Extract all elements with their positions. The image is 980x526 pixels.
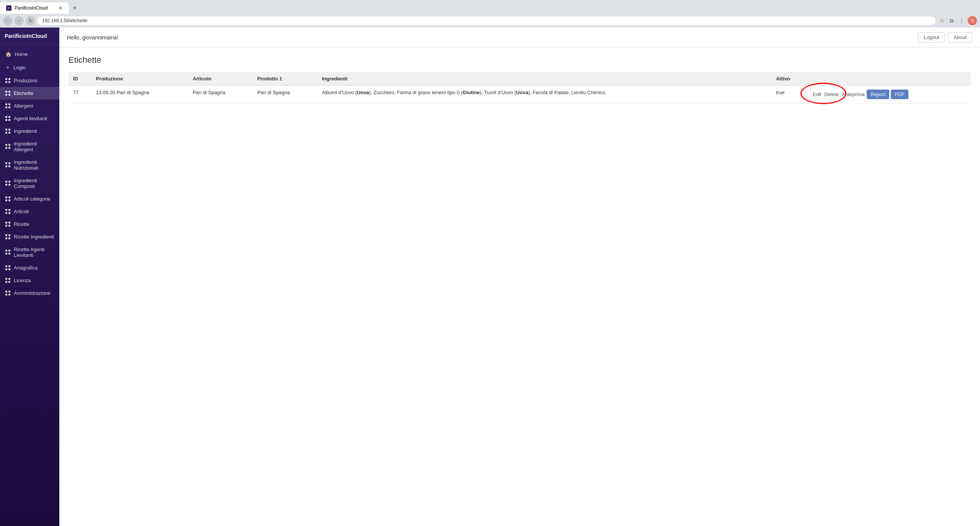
sidebar-item-label: Articoli categorie <box>14 196 51 202</box>
extensions-icon[interactable]: ⧉ <box>948 17 956 25</box>
sidebar-item-ingredienti-nutrizionali[interactable]: Ingredienti Nutrizionali <box>0 156 59 174</box>
sidebar-item-ricette-agenti-lievitanti[interactable]: Ricette Agenti Lievitanti <box>0 243 59 261</box>
sidebar-item-label: Articoli <box>14 209 29 214</box>
sidebar-item-etichette[interactable]: Etichette <box>0 87 59 100</box>
col-header-prodotto1: Prodotto 1 <box>253 72 317 86</box>
sidebar-item-label: Allergeni <box>14 103 33 109</box>
sidebar-item-allergeni[interactable]: Allergeni <box>0 100 59 112</box>
edit-button[interactable]: Edit <box>812 91 822 98</box>
app-container: PanificioInCloud 🏠 Home ＋ Login Produzio… <box>0 28 980 526</box>
grid-icon <box>5 91 11 96</box>
sidebar-item-label: Ingredienti Nutrizionali <box>14 159 54 171</box>
logout-button[interactable]: Logout <box>918 32 945 42</box>
sidebar-item-amministrazione[interactable]: Amministrazione <box>0 287 59 299</box>
browser-chrome: P PanificioInCloud ✕ + ← → ↻ ☆ ⧉ ⋮ G <box>0 0 980 28</box>
menu-icon[interactable]: ⋮ <box>958 17 965 25</box>
grid-icon <box>5 265 11 271</box>
top-bar: Hello, giovannimaina! Logout About <box>59 28 980 47</box>
table-row: 77 13.09.20 Pan di Spagna Pan di Spagna … <box>69 86 971 103</box>
bookmark-icon[interactable]: ☆ <box>938 17 946 25</box>
sidebar-item-ingredienti-allergeni[interactable]: Ingredienti Allergeni <box>0 137 59 156</box>
forward-button[interactable]: → <box>15 16 24 25</box>
grid-icon <box>5 181 11 186</box>
col-header-id: ID <box>69 72 91 86</box>
sidebar-item-label: Ricette <box>14 221 29 227</box>
sidebar-brand: PanificioInCloud <box>0 28 59 45</box>
browser-icons: ☆ ⧉ ⋮ G <box>938 16 977 25</box>
sidebar-item-label: Anagrafica <box>14 265 38 271</box>
tab-bar: P PanificioInCloud ✕ + <box>0 0 980 14</box>
sidebar-item-label: Ingredienti Composti <box>14 178 54 189</box>
page-body: Etichette ID Produzione Articolo Prodott… <box>59 47 980 526</box>
sidebar-item-ricette-ingredienti[interactable]: Ricette Ingredienti <box>0 230 59 243</box>
sidebar-item-home[interactable]: 🏠 Home <box>0 48 59 60</box>
top-bar-actions: Logout About <box>918 32 972 42</box>
tab-title: PanificioInCloud <box>15 5 48 11</box>
pdf-button[interactable]: PDF <box>891 90 908 99</box>
cell-attivo: true <box>771 86 807 103</box>
main-content: Hello, giovannimaina! Logout About Etich… <box>59 28 980 526</box>
col-header-ingredienti: Ingredienti <box>317 72 771 86</box>
delete-button[interactable]: Delete <box>823 91 840 98</box>
sidebar-item-label: Agenti lievitanti <box>14 116 47 121</box>
sidebar-item-ricette[interactable]: Ricette <box>0 218 59 230</box>
sidebar-item-label: Login <box>13 65 26 70</box>
action-cell: Edit Delete Anteprima Report PDF <box>812 90 966 99</box>
grid-icon <box>5 291 11 296</box>
cell-prodotto1: Pan di Spagna <box>253 86 317 103</box>
login-icon: ＋ <box>5 64 10 71</box>
grid-icon <box>5 144 11 149</box>
grid-icon <box>5 250 11 255</box>
grid-icon <box>5 234 11 240</box>
grid-icon <box>5 116 11 121</box>
cell-ingredienti: Albumi d'Uovo (Uova), Zucchero, Farina d… <box>317 86 771 103</box>
sidebar-nav: 🏠 Home ＋ Login Produzioni Etichette Alle… <box>0 45 59 302</box>
grid-icon <box>5 129 11 134</box>
grid-icon <box>5 278 11 283</box>
grid-icon <box>5 209 11 214</box>
sidebar-item-licenza[interactable]: Licenza <box>0 274 59 287</box>
grid-icon <box>5 196 11 202</box>
col-header-articolo: Articolo <box>188 72 253 86</box>
cell-actions: Edit Delete Anteprima Report PDF <box>807 86 971 103</box>
back-button[interactable]: ← <box>3 16 12 25</box>
address-input[interactable] <box>38 16 936 25</box>
browser-tab[interactable]: P PanificioInCloud ✕ <box>0 2 69 14</box>
sidebar-item-ingredienti[interactable]: Ingredienti <box>0 125 59 137</box>
sidebar-item-label: Home <box>15 51 28 57</box>
grid-icon <box>5 103 11 109</box>
sidebar: PanificioInCloud 🏠 Home ＋ Login Produzio… <box>0 28 59 526</box>
sidebar-item-label: Ingredienti Allergeni <box>14 141 54 152</box>
page-title: Etichette <box>69 55 971 65</box>
sidebar-item-label: Produzioni <box>14 78 37 83</box>
sidebar-item-agenti-lievitanti[interactable]: Agenti lievitanti <box>0 112 59 125</box>
sidebar-item-ingredienti-composti[interactable]: Ingredienti Composti <box>0 174 59 193</box>
greeting-text: Hello, giovannimaina! <box>67 34 118 41</box>
etichette-table: ID Produzione Articolo Prodotto 1 Ingred… <box>69 72 971 103</box>
sidebar-item-produzioni[interactable]: Produzioni <box>0 74 59 87</box>
cell-id: 77 <box>69 86 91 103</box>
sidebar-item-label: Licenza <box>14 278 31 283</box>
col-header-produzione: Produzione <box>91 72 188 86</box>
address-bar: ← → ↻ ☆ ⧉ ⋮ G <box>0 14 980 28</box>
grid-icon <box>5 222 11 227</box>
sidebar-item-login[interactable]: ＋ Login <box>0 60 59 74</box>
tab-favicon: P <box>6 5 11 11</box>
sidebar-item-label: Ricette Ingredienti <box>14 234 54 240</box>
cell-articolo: Pan di Spagna <box>188 86 253 103</box>
grid-icon <box>5 162 11 168</box>
sidebar-item-anagrafica[interactable]: Anagrafica <box>0 261 59 274</box>
profile-icon[interactable]: G <box>968 16 977 25</box>
anteprima-button[interactable]: Anteprima <box>841 91 865 98</box>
sidebar-item-articoli[interactable]: Articoli <box>0 205 59 218</box>
reload-button[interactable]: ↻ <box>26 16 35 25</box>
report-button[interactable]: Report <box>867 90 889 99</box>
tab-close-button[interactable]: ✕ <box>58 5 63 11</box>
new-tab-button[interactable]: + <box>69 3 81 14</box>
grid-icon <box>5 78 11 83</box>
about-button[interactable]: About <box>948 32 972 42</box>
col-header-actions <box>807 72 971 86</box>
sidebar-item-label: Etichette <box>14 90 33 96</box>
sidebar-item-articoli-categorie[interactable]: Articoli categorie <box>0 193 59 205</box>
sidebar-item-label: Amministrazione <box>14 290 51 296</box>
